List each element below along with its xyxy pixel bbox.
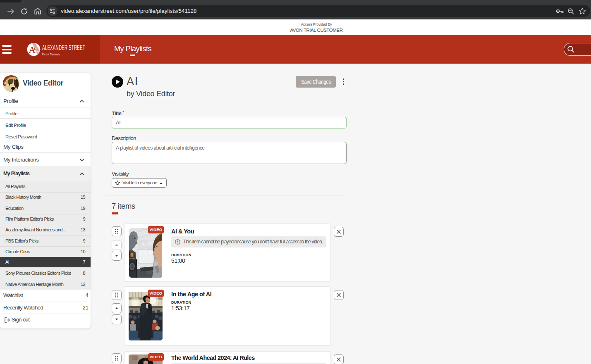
svg-text:&: & <box>144 247 146 250</box>
svg-text:AI: AI <box>141 241 151 247</box>
svg-text:YOU: YOU <box>139 250 154 256</box>
